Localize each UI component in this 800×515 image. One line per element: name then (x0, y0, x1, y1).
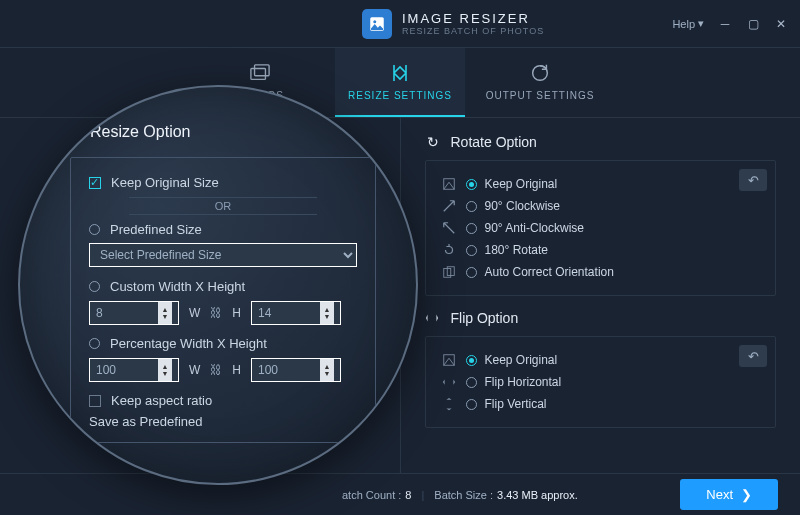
reset-rotate-button[interactable]: ↶ (739, 169, 767, 191)
radio[interactable] (89, 224, 100, 235)
percentage-size[interactable]: Percentage Width X Height (89, 333, 357, 354)
rotate-180-icon (440, 243, 458, 257)
app-title: IMAGE RESIZER (402, 11, 544, 26)
svg-rect-3 (255, 65, 270, 76)
radio[interactable] (89, 338, 100, 349)
footer-bar: atch Count : 8 | Batch Size : 3.43 MB ap… (0, 473, 800, 515)
percentage-wh-inputs: 100 ▲▼ W ⛓ H 100 ▲▼ (89, 358, 357, 382)
spinner[interactable]: ▲▼ (158, 359, 172, 381)
or-divider: OR (129, 197, 317, 215)
radio[interactable] (466, 179, 477, 190)
percent-width-input[interactable]: 100 ▲▼ (89, 358, 179, 382)
rotate-180[interactable]: 180° Rotate (440, 239, 762, 261)
input-value: 100 (96, 363, 116, 377)
option-label: Keep aspect ratio (111, 393, 212, 408)
option-label: Flip Vertical (485, 397, 547, 411)
svg-rect-2 (251, 68, 266, 79)
option-label: 90° Clockwise (485, 199, 561, 213)
batch-size-label: Batch Size : (434, 489, 493, 501)
checkbox[interactable] (89, 177, 101, 189)
flip-horizontal[interactable]: Flip Horizontal (440, 371, 762, 393)
h-label: H (232, 306, 241, 320)
close-button[interactable]: ✕ (774, 17, 788, 31)
link-icon[interactable]: ⛓ (210, 363, 222, 377)
h-label: H (232, 363, 241, 377)
title-block: IMAGE RESIZER RESIZE BATCH OF PHOTOS (402, 11, 544, 36)
option-label: 180° Rotate (485, 243, 549, 257)
radio[interactable] (466, 267, 477, 278)
radio[interactable] (466, 201, 477, 212)
percent-height-input[interactable]: 100 ▲▼ (251, 358, 341, 382)
app-window: IMAGE RESIZER RESIZE BATCH OF PHOTOS Hel… (0, 0, 800, 515)
flip-panel: ↶ Keep Original Flip Horizontal Flip Ver… (425, 336, 777, 428)
custom-wh-inputs: 8 ▲▼ W ⛓ H 14 ▲▼ (89, 301, 357, 325)
input-value: 100 (258, 363, 278, 377)
tab-output-settings[interactable]: OUTPUT SETTINGS (475, 48, 605, 117)
rotate-acw-icon (440, 221, 458, 235)
minimize-button[interactable]: ─ (718, 17, 732, 31)
w-label: W (189, 306, 200, 320)
tab-bar: PHOTOS RESIZE SETTINGS OUTPUT SETTINGS (0, 48, 800, 118)
rotate-heading: ↻ Rotate Option (425, 134, 777, 150)
rotate-keep-original[interactable]: Keep Original (440, 173, 762, 195)
app-subtitle: RESIZE BATCH OF PHOTOS (402, 26, 544, 36)
option-label: Save as Predefined (89, 414, 202, 429)
save-as-predefined[interactable]: Save as Predefined (89, 411, 357, 432)
resize-icon (388, 62, 412, 84)
section-title: Flip Option (451, 310, 519, 326)
next-button[interactable]: Next ❯ (680, 479, 778, 510)
rotate-90cw[interactable]: 90° Clockwise (440, 195, 762, 217)
link-icon[interactable]: ⛓ (210, 306, 222, 320)
checkbox[interactable] (89, 395, 101, 407)
predefined-select[interactable]: Select Predefined Size (89, 243, 357, 267)
radio[interactable] (466, 223, 477, 234)
auto-orient-icon (440, 265, 458, 279)
spinner[interactable]: ▲▼ (158, 302, 172, 324)
rotate-cw-icon (440, 199, 458, 213)
radio[interactable] (466, 355, 477, 366)
batch-stats: atch Count : 8 | Batch Size : 3.43 MB ap… (342, 489, 578, 501)
spinner[interactable]: ▲▼ (320, 359, 334, 381)
rotate-auto[interactable]: Auto Correct Orientation (440, 261, 762, 283)
flip-heading: Flip Option (425, 310, 777, 326)
input-value: 14 (258, 306, 271, 320)
magnifier-overlay: Resize Option Keep Original Size OR Pred… (18, 85, 418, 485)
keep-aspect-ratio[interactable]: Keep aspect ratio (89, 390, 357, 411)
keep-original-size[interactable]: Keep Original Size (89, 172, 357, 193)
radio[interactable] (466, 245, 477, 256)
flip-keep-original[interactable]: Keep Original (440, 349, 762, 371)
tab-label: RESIZE SETTINGS (348, 90, 452, 101)
radio[interactable] (466, 377, 477, 388)
rotate-panel: ↶ Keep Original 90° Clockwise 90° Anti-C… (425, 160, 777, 296)
custom-height-input[interactable]: 14 ▲▼ (251, 301, 341, 325)
resize-panel: Keep Original Size OR Predefined Size Se… (70, 157, 376, 443)
section-title: Rotate Option (451, 134, 537, 150)
predefined-size[interactable]: Predefined Size (89, 219, 357, 240)
option-label: Percentage Width X Height (110, 336, 267, 351)
batch-count-label: atch Count : (342, 489, 401, 501)
app-logo-icon (362, 9, 392, 39)
help-menu[interactable]: Help ▾ (672, 17, 704, 30)
photos-icon (249, 62, 271, 84)
svg-point-1 (373, 20, 376, 23)
resize-heading: Resize Option (90, 123, 376, 141)
spinner[interactable]: ▲▼ (320, 302, 334, 324)
custom-size[interactable]: Custom Width X Height (89, 276, 357, 297)
tab-resize-settings[interactable]: RESIZE SETTINGS (335, 48, 465, 117)
reset-flip-button[interactable]: ↶ (739, 345, 767, 367)
rotate-90acw[interactable]: 90° Anti-Clockwise (440, 217, 762, 239)
radio[interactable] (89, 281, 100, 292)
titlebar: IMAGE RESIZER RESIZE BATCH OF PHOTOS Hel… (0, 0, 800, 48)
batch-size-value: 3.43 MB approx. (497, 489, 578, 501)
input-value: 8 (96, 306, 103, 320)
option-label: Custom Width X Height (110, 279, 245, 294)
flip-vertical[interactable]: Flip Vertical (440, 393, 762, 415)
keep-icon (440, 177, 458, 191)
custom-width-input[interactable]: 8 ▲▼ (89, 301, 179, 325)
w-label: W (189, 363, 200, 377)
maximize-button[interactable]: ▢ (746, 17, 760, 31)
batch-count-value: 8 (405, 489, 411, 501)
help-label: Help (672, 18, 695, 30)
flip-h-icon (440, 375, 458, 389)
radio[interactable] (466, 399, 477, 410)
